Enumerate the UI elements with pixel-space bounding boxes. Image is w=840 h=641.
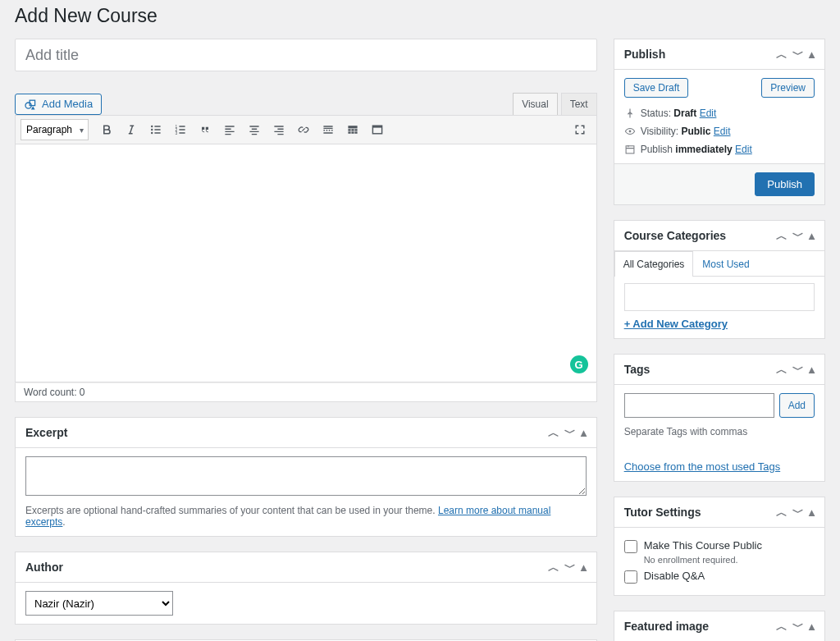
svg-rect-9 [348,129,350,130]
svg-rect-11 [354,129,357,130]
excerpt-textarea[interactable] [25,456,587,496]
move-down-icon[interactable]: ﹀ [792,364,804,375]
move-up-icon[interactable]: ︿ [776,230,788,241]
categories-box: Course Categories ︿ ﹀ ▴ All Categories M… [614,220,825,339]
preview-button[interactable]: Preview [761,78,815,98]
publish-date-value: immediately [675,144,732,155]
add-tag-button[interactable]: Add [779,393,815,418]
content-editor[interactable]: G [15,144,597,382]
tags-box: Tags ︿ ﹀ ▴ Add Separate Tags with commas… [614,354,825,482]
make-public-hint: No enrollment required. [644,555,815,565]
tags-title: Tags [624,363,651,376]
svg-rect-13 [351,131,354,133]
status-value: Draft [673,108,696,119]
move-down-icon[interactable]: ﹀ [564,427,576,438]
page-title: Add New Course [15,5,825,27]
svg-rect-18 [626,146,634,153]
tab-all-categories[interactable]: All Categories [614,251,694,277]
move-up-icon[interactable]: ︿ [776,364,788,375]
move-down-icon[interactable]: ﹀ [564,561,576,573]
fullscreen-button[interactable] [366,119,389,140]
format-select[interactable]: Paragraph [21,119,89,140]
publish-date-edit-link[interactable]: Edit [735,144,752,155]
featured-image-title: Featured image [624,620,709,633]
excerpt-box: Excerpt ︿ ﹀ ▴ Excerpts are optional hand… [15,417,597,537]
course-title-input[interactable] [15,39,597,71]
publish-box: Publish ︿ ﹀ ▴ Save Draft Preview Status:… [614,39,825,205]
svg-point-2 [151,126,153,127]
move-down-icon[interactable]: ﹀ [792,620,804,632]
move-up-icon[interactable]: ︿ [776,620,788,632]
move-up-icon[interactable]: ︿ [548,561,559,573]
tab-visual[interactable]: Visual [513,93,557,115]
svg-rect-8 [348,126,357,128]
excerpt-title: Excerpt [25,426,67,439]
add-new-category-link[interactable]: + Add New Category [624,318,728,330]
svg-rect-12 [348,131,350,133]
panel-toggle-icon[interactable]: ▴ [581,561,587,573]
move-down-icon[interactable]: ﹀ [792,48,804,60]
tags-input[interactable] [624,393,774,418]
readmore-button[interactable] [317,119,340,140]
visibility-value: Public [681,126,710,137]
publish-title: Publish [624,48,666,61]
panel-toggle-icon[interactable]: ▴ [809,230,815,241]
svg-point-3 [151,129,153,130]
pin-icon [624,108,636,119]
bold-button[interactable] [95,119,118,140]
grammarly-icon[interactable]: G [570,355,588,373]
add-media-label: Add Media [42,98,93,110]
tab-text[interactable]: Text [561,93,597,115]
tutor-settings-title: Tutor Settings [624,506,701,519]
align-right-button[interactable] [267,119,290,140]
media-icon [24,98,37,111]
move-up-icon[interactable]: ︿ [548,427,559,438]
disable-qa-label: Disable Q&A [644,570,705,582]
author-box: Author ︿ ﹀ ▴ Nazir (Nazir) [15,552,597,625]
category-list[interactable] [624,283,815,311]
svg-rect-14 [354,131,357,133]
calendar-icon [624,144,636,155]
choose-tags-link[interactable]: Choose from the most used Tags [624,460,781,473]
featured-image-box: Featured image ︿ ﹀ ▴ Set featured image [614,611,825,641]
tutor-settings-box: Tutor Settings ︿ ﹀ ▴ Make This Course Pu… [614,497,825,596]
disable-qa-checkbox[interactable] [624,570,637,584]
link-button[interactable] [292,119,315,140]
move-down-icon[interactable]: ﹀ [792,506,804,518]
panel-toggle-icon[interactable]: ▴ [809,364,815,375]
eye-icon [624,126,636,137]
italic-button[interactable] [120,119,143,140]
visibility-edit-link[interactable]: Edit [714,126,731,137]
add-media-button[interactable]: Add Media [15,94,102,115]
save-draft-button[interactable]: Save Draft [624,78,689,98]
panel-toggle-icon[interactable]: ▴ [809,620,815,632]
panel-toggle-icon[interactable]: ▴ [809,48,815,60]
categories-title: Course Categories [624,229,726,242]
expand-button[interactable] [568,119,591,140]
publish-button[interactable]: Publish [755,172,815,196]
panel-toggle-icon[interactable]: ▴ [581,427,587,438]
move-up-icon[interactable]: ︿ [776,506,788,518]
move-down-icon[interactable]: ﹀ [792,230,804,241]
status-edit-link[interactable]: Edit [700,108,717,119]
make-public-label: Make This Course Public [644,539,762,552]
svg-rect-10 [351,129,354,130]
toolbar-toggle-button[interactable] [341,119,364,140]
visibility-label: Visibility: [641,126,682,137]
svg-rect-16 [372,126,381,127]
author-select[interactable]: Nazir (Nazir) [25,591,173,616]
svg-point-17 [628,130,631,133]
author-title: Author [25,561,63,574]
align-left-button[interactable] [218,119,241,140]
make-public-checkbox[interactable] [624,540,637,553]
tags-hint: Separate Tags with commas [624,426,815,437]
number-list-button[interactable]: 123 [169,119,192,140]
blockquote-button[interactable] [194,119,217,140]
bullet-list-button[interactable] [144,119,167,140]
svg-point-4 [151,132,153,134]
panel-toggle-icon[interactable]: ▴ [809,506,815,518]
tab-most-used[interactable]: Most Used [693,251,758,277]
word-count: Word count: 0 [15,382,597,402]
align-center-button[interactable] [243,119,266,140]
move-up-icon[interactable]: ︿ [776,48,788,60]
